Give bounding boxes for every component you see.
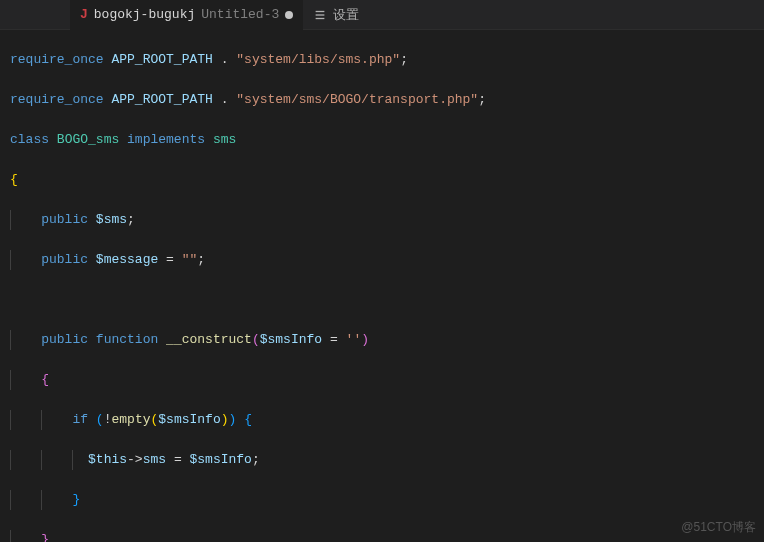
menu-icon — [313, 8, 327, 22]
editor-tab[interactable]: J bogokj-bugukj Untitled-3 — [70, 0, 303, 30]
tab-bar: J bogokj-bugukj Untitled-3 设置 — [0, 0, 764, 30]
settings-button[interactable]: 设置 — [303, 6, 369, 24]
tab-sublabel: Untitled-3 — [201, 7, 279, 22]
tab-label: bogokj-bugukj — [94, 7, 195, 22]
watermark: @51CTO博客 — [681, 519, 756, 536]
file-icon: J — [80, 7, 88, 22]
code-editor[interactable]: require_once APP_ROOT_PATH . "system/lib… — [0, 30, 764, 542]
unsaved-dot-icon — [285, 11, 293, 19]
settings-label: 设置 — [333, 6, 359, 24]
